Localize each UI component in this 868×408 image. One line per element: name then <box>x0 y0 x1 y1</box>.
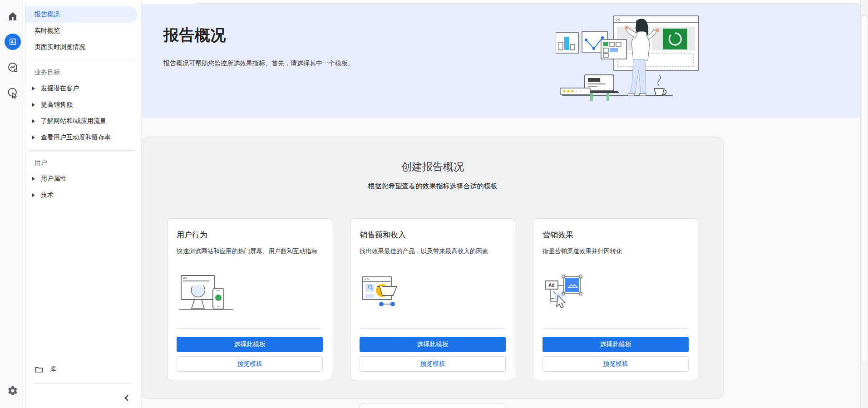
top-appbar-edge <box>142 0 868 4</box>
home-icon[interactable] <box>5 8 21 25</box>
sidebar-item-user-attributes[interactable]: 用户属性 <box>25 171 141 187</box>
browser-cart-illustration-icon <box>360 269 429 315</box>
card-divider <box>542 328 689 329</box>
sidebar-item-realtime-pages[interactable]: 页面实时浏览情况 <box>25 39 138 55</box>
card-title: 用户行为 <box>177 230 323 240</box>
sidebar-section-business-objectives: 业务目标 <box>25 65 141 80</box>
sidebar-item-label: 用户属性 <box>41 175 66 183</box>
below-fold-card-edge <box>359 403 507 408</box>
card-description: 找出效果最佳的产品，以及带来最高收入的因素 <box>360 247 506 256</box>
expand-triangle-icon[interactable] <box>32 87 35 90</box>
card-description: 快速浏览网站和应用的热门屏幕、用户数和互动指标 <box>177 247 323 256</box>
analytics-app: 报告概况 实时概览 页面实时浏览情况 业务目标 发掘潜在客户 提高销售额 了解网… <box>0 0 868 408</box>
explore-icon[interactable] <box>5 59 21 75</box>
sidebar-item-label: 提高销售额 <box>41 101 73 109</box>
sidebar-item-drive-sales[interactable]: 提高销售额 <box>25 97 141 113</box>
reports-sidebar: 报告概况 实时概览 页面实时浏览情况 业务目标 发掘潜在客户 提高销售额 了解网… <box>25 0 142 408</box>
template-cards: 用户行为 快速浏览网站和应用的热门屏幕、用户数和互动指标 <box>142 218 723 380</box>
sidebar-item-tech[interactable]: 技术 <box>25 187 141 203</box>
expand-triangle-icon[interactable] <box>32 177 35 181</box>
sidebar-item-label: 发掘潜在客户 <box>41 84 79 93</box>
card-divider <box>177 328 323 329</box>
select-template-button[interactable]: 选择此模板 <box>542 337 689 352</box>
hero-banner: 报告概况 报告概况可帮助您监控所选效果指标。首先，请选择其中一个模板。 <box>142 4 868 118</box>
sidebar-item-label: 了解网站和/或应用流量 <box>41 117 106 125</box>
select-template-button[interactable]: 选择此模板 <box>177 337 323 352</box>
template-card-user-behavior: 用户行为 快速浏览网站和应用的热门屏幕、用户数和互动指标 <box>167 218 332 380</box>
sidebar-item-understand-traffic[interactable]: 了解网站和/或应用流量 <box>25 113 141 129</box>
sidebar-item-label: 报告概况 <box>35 10 60 19</box>
sidebar-section-user: 用户 <box>25 155 141 171</box>
library-label: 库 <box>50 365 56 374</box>
preview-template-button[interactable]: 预览模板 <box>177 356 323 372</box>
sidebar-item-engagement-retention[interactable]: 查看用户互动度和留存率 <box>25 129 141 146</box>
select-template-button[interactable]: 选择此模板 <box>360 337 506 352</box>
sidebar-item-reports-snapshot[interactable]: 报告概况 <box>25 6 138 23</box>
template-card-sales-revenue: 销售额和收入 找出效果最佳的产品，以及带来最高收入的因素 <box>350 218 515 380</box>
ad-cursor-illustration-icon: Ad <box>543 269 612 315</box>
sidebar-divider <box>29 60 136 60</box>
card-title: 营销效果 <box>542 230 689 240</box>
template-card-marketing: 营销效果 衡量营销渠道效果并归因转化 Ad <box>533 218 698 380</box>
sidebar-item-library[interactable]: 库 <box>25 360 141 379</box>
preview-template-button[interactable]: 预览模板 <box>542 356 689 372</box>
ad-label: Ad <box>548 283 554 288</box>
sidebar-item-realtime-overview[interactable]: 实时概览 <box>25 23 138 39</box>
sidebar-item-label: 查看用户互动度和留存率 <box>41 133 111 142</box>
sidebar-item-label: 技术 <box>41 191 54 199</box>
icon-rail <box>0 0 25 408</box>
expand-triangle-icon[interactable] <box>32 136 35 139</box>
sidebar-item-generate-leads[interactable]: 发掘潜在客户 <box>25 80 141 97</box>
sidebar-item-label: 页面实时浏览情况 <box>35 43 85 51</box>
expand-triangle-icon[interactable] <box>32 119 35 123</box>
page-subtitle: 报告概况可帮助您监控所选效果指标。首先，请选择其中一个模板。 <box>163 59 868 68</box>
collapse-sidebar-icon[interactable] <box>122 393 131 403</box>
main-content: 报告概况 报告概况可帮助您监控所选效果指标。首先，请选择其中一个模板。 <box>142 0 868 408</box>
reports-icon[interactable] <box>5 34 21 50</box>
advertising-icon[interactable] <box>5 84 21 101</box>
expand-triangle-icon[interactable] <box>32 193 35 197</box>
sidebar-divider <box>33 383 134 383</box>
expand-triangle-icon[interactable] <box>32 103 35 107</box>
page-title: 报告概况 <box>163 25 868 46</box>
panel-title: 创建报告概况 <box>142 160 723 174</box>
sidebar-item-label: 实时概览 <box>35 27 60 35</box>
sidebar-divider <box>29 150 136 151</box>
dashboard-illustration-icon <box>556 8 710 110</box>
card-divider <box>360 328 506 329</box>
panel-subtitle: 根据您希望查看的效果指标选择合适的模板 <box>142 182 723 191</box>
create-snapshot-panel: 创建报告概况 根据您希望查看的效果指标选择合适的模板 用户行为 快速浏览网站和应… <box>142 137 724 399</box>
scrollbar-thumb[interactable] <box>862 15 867 364</box>
card-title: 销售额和收入 <box>360 230 506 240</box>
hero-illustration <box>556 8 710 112</box>
preview-template-button[interactable]: 预览模板 <box>360 356 506 372</box>
folder-icon <box>35 365 44 374</box>
monitor-phone-illustration-icon <box>178 269 246 315</box>
settings-gear-icon[interactable] <box>7 385 18 398</box>
vertical-scrollbar[interactable] <box>860 0 868 408</box>
card-description: 衡量营销渠道效果并归因转化 <box>542 247 689 256</box>
